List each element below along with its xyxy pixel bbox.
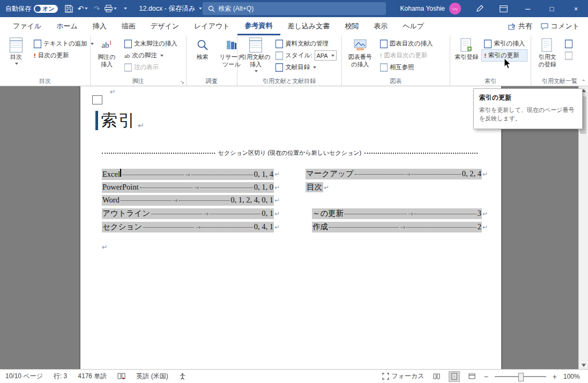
tab-home[interactable]: ホーム (49, 17, 85, 35)
avatar[interactable]: 〰 (449, 3, 461, 14)
web-layout-button[interactable] (466, 371, 478, 382)
line-indicator[interactable]: 行: 3 (54, 372, 67, 381)
insert-index-icon (484, 40, 492, 48)
index-entry[interactable]: セクション→0, 4, 1 ↵ (102, 220, 280, 234)
quick-access-overflow-chevron[interactable] (118, 2, 132, 16)
user-name[interactable]: Kohama Yoshie (400, 5, 445, 12)
autosave-pill[interactable]: オン (34, 5, 58, 13)
proofing-icon[interactable] (117, 373, 125, 380)
insert-index-button[interactable]: 索引の挿入 (482, 38, 527, 49)
scroll-down-arrow-icon[interactable] (579, 361, 588, 370)
maximize-button[interactable]: □ (540, 0, 564, 17)
text-cursor (120, 169, 121, 177)
autosave-label: 自動保存 (5, 4, 31, 13)
tooltip-update-index: 索引の更新 索引を更新して、現在のページ番号を反映します。 (473, 88, 583, 129)
insert-table-of-authorities-button[interactable] (563, 38, 575, 49)
group-footnotes: ab1 脚注の挿入 文末脚注の挿入 ab 次の脚注 注の表示 脚注 ↘ (91, 35, 187, 86)
share-button[interactable]: 共有 (508, 21, 532, 31)
ribbon-display-options-icon[interactable] (496, 2, 510, 16)
print-dropdown-caret[interactable] (114, 7, 117, 10)
search-box[interactable]: 検索 (Alt+Q) (203, 2, 386, 15)
page-indicator[interactable]: 10/10 ページ (5, 372, 43, 381)
tab-file[interactable]: ファイル (5, 17, 49, 35)
pilcrow-mark: ↵ (110, 88, 116, 96)
mark-entry-button[interactable]: 索引登録 (453, 37, 480, 62)
group-research: 検索 リサーチ ツール 調査 (187, 35, 237, 86)
tab-references[interactable]: 参考資料 (237, 17, 280, 35)
accessibility-icon[interactable] (179, 373, 186, 380)
insert-table-of-figures-button[interactable]: 図表目次の挿入 (378, 38, 435, 49)
insert-caption-icon (353, 38, 367, 52)
update-toc-button[interactable]: ! 目次の更新 (32, 50, 96, 61)
zoom-slider-thumb[interactable] (518, 373, 524, 381)
update-table-of-figures-button: ! 図表目次の更新 (378, 50, 435, 61)
group-label-research: 調査 (187, 77, 237, 85)
comments-button[interactable]: コメント (541, 21, 579, 31)
toc-button[interactable]: 目次 (3, 37, 29, 66)
index-subentry[interactable]: ～の更新→3 ↵ (306, 207, 488, 221)
tab-draw[interactable]: 描画 (114, 17, 143, 35)
add-text-button[interactable]: テキストの追加 (32, 38, 96, 49)
tab-insert[interactable]: 挿入 (85, 17, 114, 35)
index-entry[interactable]: Word→0, 1, 2, 4, 0, 1 ↵ (102, 194, 280, 207)
minimize-button[interactable]: ─ (516, 0, 540, 17)
zoom-slider[interactable] (495, 376, 546, 377)
zoom-in-button[interactable]: + (553, 372, 557, 381)
undo-dropdown-caret[interactable] (85, 7, 88, 10)
pilcrow-mark: ↵ (274, 170, 280, 178)
tab-layout[interactable]: レイアウト (187, 17, 237, 35)
insert-endnote-button[interactable]: 文末脚注の挿入 (122, 38, 180, 49)
index-empty-row (306, 194, 488, 207)
index-entry[interactable]: アウトライン→0, 1 ↵ (102, 207, 280, 221)
close-button[interactable]: × (564, 0, 588, 17)
focus-icon (382, 373, 389, 380)
collapse-ribbon-chevron-icon[interactable]: ⌃ (582, 79, 586, 85)
insert-caption-button[interactable]: 図表番号の挿入 (345, 37, 376, 70)
zoom-level[interactable]: 100% (563, 373, 583, 380)
next-footnote-button[interactable]: ab 次の脚注 (122, 50, 180, 61)
zoom-out-button[interactable]: − (484, 372, 488, 381)
tab-review[interactable]: 校閲 (337, 17, 366, 35)
language-indicator[interactable]: 英語 (米国) (136, 372, 168, 381)
mark-entry-icon (459, 38, 473, 52)
word-count[interactable]: 4176 単語 (78, 372, 107, 381)
insert-footnote-button[interactable]: ab1 脚注の挿入 (93, 37, 120, 70)
print-icon[interactable] (104, 2, 118, 16)
tab-help[interactable]: ヘルプ (395, 17, 431, 35)
save-icon[interactable] (62, 2, 76, 16)
tab-mark: → (405, 169, 411, 179)
insert-footnote-icon: ab1 (100, 38, 114, 52)
pilcrow-mark: ↵ (482, 170, 488, 178)
insert-citation-button[interactable]: 引用文献の挿入 (240, 37, 272, 73)
undo-icon[interactable]: ↶ (76, 2, 90, 16)
footnotes-dialog-launcher-icon[interactable]: ↘ (180, 79, 184, 85)
index-entry[interactable]: 目次 ↵ (306, 181, 488, 194)
index-entry[interactable]: マークアップ→0, 2, 4 ↵ (306, 168, 488, 181)
document-canvas[interactable]: ↵ 索引 ↵ セクション区切り (現在の位置から新しいセクション) Excel→… (0, 86, 588, 370)
bibliography-button[interactable]: 文献目録 (273, 62, 338, 73)
smart-lookup-button[interactable]: 検索 (189, 37, 216, 62)
mark-citation-button[interactable]: 引用文の登録 (534, 37, 561, 70)
read-mode-button[interactable] (431, 371, 442, 382)
cross-reference-icon (380, 63, 388, 72)
show-notes-icon (124, 63, 132, 72)
tab-mailings[interactable]: 差し込み文書 (280, 17, 338, 35)
focus-mode-button[interactable]: フォーカス (382, 372, 425, 381)
tab-design[interactable]: デザイン (143, 17, 187, 35)
tab-display[interactable]: 表示 (366, 17, 395, 35)
cross-reference-button[interactable]: 相互参照 (378, 62, 435, 73)
autosave-toggle[interactable]: 自動保存 オン (0, 4, 62, 13)
style-select[interactable]: APA (315, 50, 337, 61)
section-break-line (364, 153, 478, 154)
index-entry[interactable]: PowerPoint→0, 1, 0 ↵ (102, 181, 280, 194)
pilcrow-mark: ↵ (274, 197, 280, 204)
document-title[interactable]: 12.docx - 保存済み (139, 4, 202, 13)
manage-sources-button[interactable]: 資料文献の管理 (273, 38, 338, 49)
index-subentry[interactable]: 作成→2 ↵ (306, 220, 488, 234)
print-layout-button[interactable] (449, 371, 460, 382)
document-page[interactable]: ↵ 索引 ↵ セクション区切り (現在の位置から新しいセクション) Excel→… (80, 86, 501, 370)
pen-icon[interactable] (473, 2, 487, 16)
insert-endnote-icon (124, 40, 132, 48)
index-entry[interactable]: Excel→0, 1, 4 ↵ (102, 168, 280, 181)
title-dropdown-caret[interactable] (199, 7, 202, 10)
